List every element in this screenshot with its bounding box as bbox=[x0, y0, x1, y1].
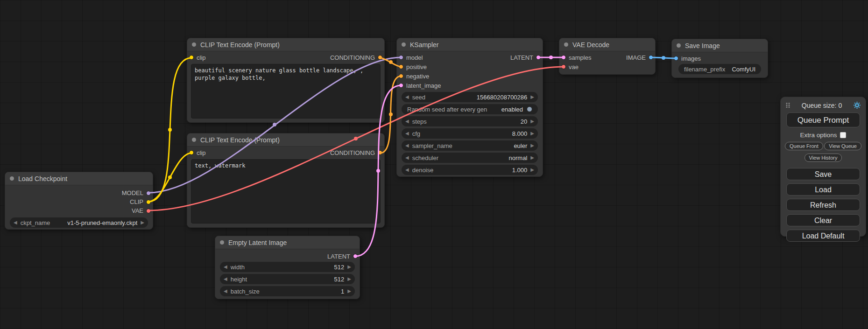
widget-seed[interactable]: ◀ seed 156680208700286 ▶ bbox=[402, 92, 538, 102]
negative-prompt-textarea[interactable]: text, watermark bbox=[191, 159, 381, 224]
widget-denoise[interactable]: ◀ denoise 1.000 ▶ bbox=[402, 165, 538, 175]
conditioning-port-icon[interactable] bbox=[399, 64, 403, 69]
increment-arrow-icon[interactable]: ▶ bbox=[141, 220, 144, 225]
decrement-arrow-icon[interactable]: ◀ bbox=[405, 143, 409, 148]
model-port-icon[interactable] bbox=[146, 191, 151, 196]
collapse-dot-icon[interactable] bbox=[192, 138, 196, 142]
increment-arrow-icon[interactable]: ▶ bbox=[347, 289, 351, 294]
decrement-arrow-icon[interactable]: ◀ bbox=[405, 168, 409, 172]
load-default-button[interactable]: Load Default bbox=[786, 230, 860, 242]
increment-arrow-icon[interactable]: ▶ bbox=[347, 265, 351, 269]
increment-arrow-icon[interactable]: ▶ bbox=[530, 95, 534, 99]
node-clip-text-encode-negative[interactable]: CLIP Text Encode (Prompt) clip CONDITION… bbox=[187, 133, 385, 228]
view-queue-button[interactable]: View Queue bbox=[824, 142, 861, 150]
clip-port-icon[interactable] bbox=[189, 150, 194, 155]
input-slot-positive[interactable]: positive bbox=[399, 63, 427, 70]
node-header[interactable]: Load Checkpoint bbox=[5, 172, 153, 185]
decrement-arrow-icon[interactable]: ◀ bbox=[405, 155, 409, 160]
node-header[interactable]: Empty Latent Image bbox=[215, 236, 360, 249]
collapse-dot-icon[interactable] bbox=[677, 43, 681, 48]
decrement-arrow-icon[interactable]: ◀ bbox=[224, 265, 227, 269]
input-slot-model[interactable]: model bbox=[399, 54, 423, 61]
vae-port-icon[interactable] bbox=[146, 209, 151, 213]
output-slot-image[interactable]: IMAGE bbox=[626, 54, 653, 61]
save-button[interactable]: Save bbox=[786, 168, 860, 180]
node-header[interactable]: CLIP Text Encode (Prompt) bbox=[187, 38, 384, 51]
widget-random-seed-toggle[interactable]: Random seed after every gen enabled bbox=[402, 104, 538, 114]
latent-port-icon[interactable] bbox=[399, 83, 403, 88]
node-header[interactable]: VAE Decode bbox=[559, 38, 655, 51]
input-slot-samples[interactable]: samples bbox=[561, 54, 591, 61]
drag-handle-icon[interactable] bbox=[785, 102, 790, 109]
input-slot-clip[interactable]: clip bbox=[189, 149, 206, 156]
output-slot-conditioning[interactable]: CONDITIONING bbox=[330, 149, 382, 156]
clip-port-icon[interactable] bbox=[146, 200, 151, 204]
widget-filename-prefix[interactable]: filename_prefix ComfyUI bbox=[678, 64, 761, 74]
collapse-dot-icon[interactable] bbox=[564, 42, 568, 47]
node-clip-text-encode-positive[interactable]: CLIP Text Encode (Prompt) clip CONDITION… bbox=[187, 38, 385, 123]
node-ksampler[interactable]: KSampler model LATENT positive negative bbox=[396, 38, 543, 177]
model-port-icon[interactable] bbox=[399, 55, 403, 60]
node-empty-latent-image[interactable]: Empty Latent Image LATENT ◀ width 512 ▶ … bbox=[215, 236, 360, 299]
clip-port-icon[interactable] bbox=[189, 55, 194, 60]
node-header[interactable]: CLIP Text Encode (Prompt) bbox=[187, 133, 384, 147]
node-header[interactable]: Save Image bbox=[672, 39, 768, 52]
output-slot-latent[interactable]: LATENT bbox=[327, 253, 358, 260]
input-slot-latent-image[interactable]: latent_image bbox=[399, 82, 441, 89]
conditioning-port-icon[interactable] bbox=[399, 74, 403, 78]
image-port-icon[interactable] bbox=[674, 56, 678, 61]
widget-width[interactable]: ◀ width 512 ▶ bbox=[220, 262, 355, 272]
widget-height[interactable]: ◀ height 512 ▶ bbox=[220, 274, 355, 284]
positive-prompt-textarea[interactable]: beautiful scenery nature glass bottle la… bbox=[191, 64, 381, 119]
widget-steps[interactable]: ◀ steps 20 ▶ bbox=[402, 116, 538, 126]
decrement-arrow-icon[interactable]: ◀ bbox=[224, 277, 227, 281]
view-history-button[interactable]: View History bbox=[804, 154, 842, 162]
extra-options-checkbox[interactable] bbox=[840, 132, 846, 138]
increment-arrow-icon[interactable]: ▶ bbox=[530, 143, 534, 148]
increment-arrow-icon[interactable]: ▶ bbox=[530, 131, 534, 136]
decrement-arrow-icon[interactable]: ◀ bbox=[405, 131, 409, 136]
load-button[interactable]: Load bbox=[786, 183, 860, 196]
latent-port-icon[interactable] bbox=[561, 55, 566, 60]
collapse-dot-icon[interactable] bbox=[10, 176, 14, 181]
image-port-icon[interactable] bbox=[649, 55, 653, 60]
output-slot-conditioning[interactable]: CONDITIONING bbox=[330, 54, 382, 61]
collapse-dot-icon[interactable] bbox=[192, 42, 196, 47]
output-slot-clip[interactable]: CLIP bbox=[130, 198, 151, 205]
node-load-checkpoint[interactable]: Load Checkpoint MODEL CLIP VAE ◀ ckpt_na… bbox=[5, 172, 153, 230]
node-header[interactable]: KSampler bbox=[397, 38, 543, 51]
latent-port-icon[interactable] bbox=[536, 55, 541, 60]
widget-batch-size[interactable]: ◀ batch_size 1 ▶ bbox=[220, 286, 355, 296]
widget-ckpt-name[interactable]: ◀ ckpt_name v1-5-pruned-emaonly.ckpt ▶ bbox=[10, 217, 148, 228]
input-slot-negative[interactable]: negative bbox=[399, 73, 429, 80]
widget-sampler-name[interactable]: ◀ sampler_name euler ▶ bbox=[402, 140, 538, 151]
widget-scheduler[interactable]: ◀ scheduler normal ▶ bbox=[402, 153, 538, 163]
node-save-image[interactable]: Save Image images filename_prefix ComfyU… bbox=[671, 39, 768, 78]
settings-gear-icon[interactable] bbox=[853, 101, 861, 109]
refresh-button[interactable]: Refresh bbox=[786, 199, 860, 211]
node-vae-decode[interactable]: VAE Decode samples IMAGE vae bbox=[559, 38, 656, 75]
decrement-arrow-icon[interactable]: ◀ bbox=[224, 289, 227, 294]
increment-arrow-icon[interactable]: ▶ bbox=[530, 168, 534, 172]
input-slot-clip[interactable]: clip bbox=[189, 54, 206, 61]
conditioning-port-icon[interactable] bbox=[378, 55, 382, 60]
widget-cfg[interactable]: ◀ cfg 8.000 ▶ bbox=[402, 128, 538, 139]
output-slot-model[interactable]: MODEL bbox=[122, 189, 151, 196]
input-slot-vae[interactable]: vae bbox=[561, 63, 579, 70]
output-slot-vae[interactable]: VAE bbox=[132, 207, 151, 214]
decrement-arrow-icon[interactable]: ◀ bbox=[14, 220, 17, 225]
collapse-dot-icon[interactable] bbox=[402, 42, 406, 47]
collapse-dot-icon[interactable] bbox=[220, 240, 224, 245]
decrement-arrow-icon[interactable]: ◀ bbox=[405, 119, 409, 124]
output-slot-latent[interactable]: LATENT bbox=[510, 54, 541, 61]
increment-arrow-icon[interactable]: ▶ bbox=[530, 119, 534, 124]
increment-arrow-icon[interactable]: ▶ bbox=[347, 277, 351, 281]
conditioning-port-icon[interactable] bbox=[378, 150, 382, 155]
queue-front-button[interactable]: Queue Front bbox=[785, 142, 823, 150]
increment-arrow-icon[interactable]: ▶ bbox=[530, 155, 534, 160]
decrement-arrow-icon[interactable]: ◀ bbox=[405, 95, 409, 99]
vae-port-icon[interactable] bbox=[561, 64, 566, 69]
input-slot-images[interactable]: images bbox=[674, 55, 701, 62]
toggle-dot-icon[interactable] bbox=[527, 106, 532, 112]
latent-port-icon[interactable] bbox=[353, 254, 358, 259]
